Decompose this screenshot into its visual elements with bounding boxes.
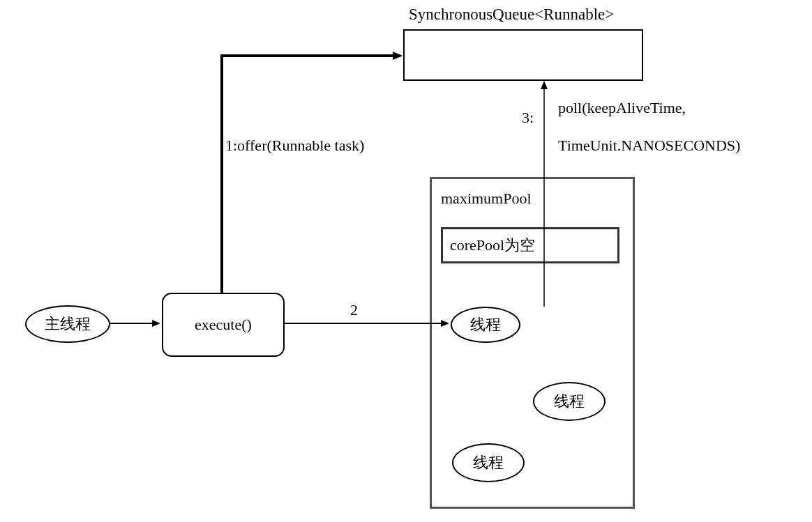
- thread2-label: 线程: [554, 391, 585, 412]
- queue-box: [403, 29, 643, 81]
- thread-node-2: 线程: [533, 382, 606, 421]
- thread-node-3: 线程: [452, 443, 525, 482]
- edge1-label: 1:offer(Runnable task): [225, 137, 364, 155]
- execute-node: execute(): [162, 293, 285, 357]
- maximum-pool-label: maximumPool: [441, 190, 532, 208]
- edge3-line1: poll(keepAliveTime,: [558, 99, 686, 117]
- execute-label: execute(): [195, 316, 252, 334]
- edge3-num: 3:: [522, 109, 534, 127]
- main-thread-node: 主线程: [25, 305, 110, 343]
- core-pool-label: corePool为空: [450, 235, 535, 256]
- thread1-label: 线程: [470, 314, 501, 335]
- edge2-label: 2: [350, 301, 358, 319]
- core-pool-box: corePool为空: [441, 227, 619, 263]
- queue-title: SynchronousQueue<Runnable>: [409, 6, 614, 24]
- edge3-line2: TimeUnit.NANOSECONDS): [558, 137, 740, 155]
- main-thread-label: 主线程: [45, 314, 91, 335]
- thread-node-1: 线程: [451, 307, 520, 343]
- thread3-label: 线程: [473, 452, 504, 473]
